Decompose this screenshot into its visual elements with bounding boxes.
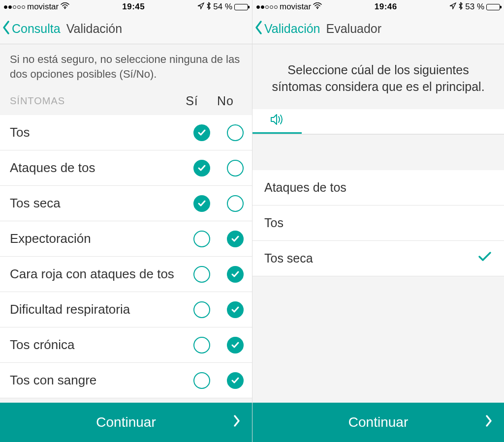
clock: 19:46: [375, 2, 397, 12]
back-label: Consulta: [12, 22, 61, 36]
symptom-label: Expectoración: [10, 231, 185, 246]
radio-checked[interactable]: [227, 231, 244, 247]
instruction-text: Si no está seguro, no seleccione ninguna…: [0, 44, 252, 89]
status-bar: movistar 19:45 54 %: [0, 0, 252, 14]
radio-unchecked[interactable]: [193, 301, 210, 318]
option-row[interactable]: Ataques de tos: [252, 170, 504, 206]
tab-audio[interactable]: [252, 109, 302, 134]
symptom-label: Tos crónica: [10, 337, 185, 353]
back-label: Validación: [264, 22, 320, 36]
nav-bar: Validación Evaluador: [252, 14, 504, 44]
radio-unchecked[interactable]: [193, 266, 210, 283]
symptom-label: Tos seca: [10, 196, 185, 211]
radio-checked[interactable]: [227, 266, 244, 283]
radio-unchecked[interactable]: [227, 195, 244, 212]
check-icon: [477, 251, 492, 265]
battery-percent: 54 %: [213, 2, 232, 12]
wifi-icon: [313, 2, 322, 12]
radio-checked[interactable]: [227, 301, 244, 318]
spacer: [252, 135, 504, 170]
header-yes: Sí: [175, 94, 209, 108]
radio-checked[interactable]: [193, 160, 210, 177]
option-row[interactable]: Tos: [252, 206, 504, 241]
continue-button[interactable]: Continuar: [0, 403, 252, 442]
carrier-label: movistar: [27, 2, 59, 12]
header-no: No: [209, 94, 242, 108]
symptom-label: Tos: [10, 125, 185, 140]
tab-row: [252, 109, 504, 135]
prompt-text: Seleccione cúal de los siguientes síntom…: [252, 44, 504, 109]
page-title: Validación: [66, 22, 123, 36]
symptom-row: Cara roja con ataques de tos: [0, 257, 252, 292]
clock: 19:45: [122, 2, 145, 12]
carrier-label: movistar: [280, 2, 311, 12]
screen-validation: movistar 19:45 54 % Consulta Validación …: [0, 0, 252, 442]
symptom-row: Expectoración: [0, 221, 252, 257]
radio-unchecked[interactable]: [227, 124, 244, 141]
nav-bar: Consulta Validación: [0, 14, 252, 44]
option-label: Tos seca: [264, 251, 313, 265]
symptom-row: Tos con sangre: [0, 363, 252, 398]
svg-point-1: [317, 8, 318, 9]
chevron-left-icon: [254, 20, 263, 38]
symptom-list: TosAtaques de tosTos secaExpectoraciónCa…: [0, 115, 252, 398]
status-bar: movistar 19:46 53 %: [252, 0, 504, 14]
symptom-row: Tos: [0, 115, 252, 150]
symptom-row: Tos crónica: [0, 327, 252, 363]
signal-dots: [4, 5, 25, 9]
svg-point-0: [64, 8, 66, 9]
radio-unchecked[interactable]: [193, 231, 210, 247]
bluetooth-icon: [206, 2, 211, 12]
symptom-label: Tos con sangre: [10, 373, 185, 388]
battery-percent: 53 %: [465, 2, 484, 12]
symptom-label: Ataques de tos: [10, 160, 185, 176]
symptom-row: Tos seca: [0, 186, 252, 221]
battery-icon: [486, 4, 500, 10]
continue-label: Continuar: [96, 414, 156, 430]
option-label: Ataques de tos: [264, 180, 346, 195]
radio-unchecked[interactable]: [227, 160, 244, 177]
wifi-icon: [61, 2, 69, 12]
chevron-left-icon: [2, 20, 11, 38]
symptom-label: Dificultad respiratoria: [10, 302, 185, 317]
bluetooth-icon: [458, 2, 463, 12]
symptom-row: Dificultad respiratoria: [0, 292, 252, 327]
speaker-icon: [270, 113, 284, 128]
header-symptoms: SÍNTOMAS: [10, 95, 175, 107]
radio-unchecked[interactable]: [193, 337, 210, 354]
location-icon: [449, 2, 456, 12]
continue-label: Continuar: [348, 414, 408, 430]
page-title: Evaluador: [326, 22, 382, 36]
back-button[interactable]: Consulta: [2, 20, 61, 38]
table-header: SÍNTOMAS Sí No: [0, 89, 252, 115]
radio-checked[interactable]: [227, 337, 244, 354]
continue-button[interactable]: Continuar: [252, 403, 504, 442]
back-button[interactable]: Validación: [254, 20, 320, 38]
location-icon: [197, 2, 204, 12]
symptom-label: Cara roja con ataques de tos: [10, 266, 185, 282]
radio-checked[interactable]: [193, 124, 210, 141]
battery-icon: [234, 4, 248, 10]
option-label: Tos: [264, 216, 284, 230]
signal-dots: [256, 5, 278, 9]
option-row[interactable]: Tos seca: [252, 241, 504, 276]
option-list: Ataques de tosTosTos seca: [252, 170, 504, 276]
screen-evaluator: movistar 19:46 53 % Validación Evaluador…: [252, 0, 504, 442]
chevron-right-icon: [232, 413, 241, 432]
radio-unchecked[interactable]: [193, 372, 210, 389]
radio-checked[interactable]: [193, 195, 210, 212]
symptom-row: Ataques de tos: [0, 150, 252, 186]
radio-checked[interactable]: [227, 372, 244, 389]
chevron-right-icon: [484, 413, 493, 432]
